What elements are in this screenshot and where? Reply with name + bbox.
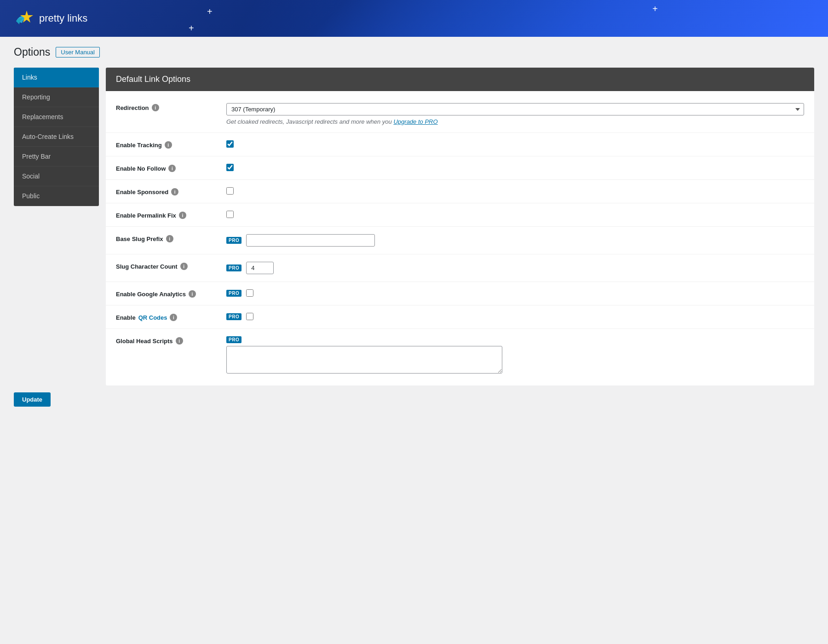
enable-no-follow-checkbox[interactable] — [226, 164, 234, 171]
row-redirection: Redirection i 307 (Temporary) 301 (Perma… — [106, 96, 814, 133]
enable-sponsored-checkbox[interactable] — [226, 187, 234, 195]
control-enable-no-follow — [226, 164, 804, 171]
google-analytics-row: PRO — [226, 289, 804, 297]
label-global-head-scripts: Global Head Scripts i — [116, 336, 226, 345]
global-head-scripts-textarea[interactable] — [226, 346, 502, 374]
label-enable-qr-codes: Enable QR Codes i — [116, 313, 226, 321]
checkbox-wrap-no-follow — [226, 164, 804, 171]
panel-header: Default Link Options — [106, 68, 814, 91]
label-enable-google-analytics: Enable Google Analytics i — [116, 289, 226, 298]
info-icon-qr-codes[interactable]: i — [170, 314, 177, 321]
base-slug-prefix-row: PRO — [226, 234, 804, 247]
sidebar-item-links[interactable]: Links — [14, 68, 99, 87]
page-title: Options — [14, 46, 50, 58]
control-slug-character-count: PRO — [226, 262, 804, 274]
checkbox-wrap-google-analytics — [246, 289, 253, 297]
row-enable-permalink-fix: Enable Permalink Fix i — [106, 203, 814, 227]
global-head-scripts-row: PRO — [226, 336, 804, 343]
user-manual-button[interactable]: User Manual — [56, 47, 100, 58]
info-icon-no-follow[interactable]: i — [168, 165, 176, 172]
update-button[interactable]: Update — [14, 392, 51, 407]
decoration-plus-2: + — [652, 4, 658, 14]
main-panel: Default Link Options Redirection i 307 (… — [106, 68, 814, 385]
info-icon-permalink-fix[interactable]: i — [179, 212, 186, 219]
sidebar-item-replacements[interactable]: Replacements — [14, 107, 99, 127]
info-icon-global-head-scripts[interactable]: i — [176, 337, 183, 345]
control-enable-tracking — [226, 140, 804, 148]
checkbox-wrap-tracking — [226, 140, 804, 148]
row-enable-no-follow: Enable No Follow i — [106, 156, 814, 180]
label-enable-sponsored: Enable Sponsored i — [116, 187, 226, 196]
panel-title: Default Link Options — [116, 75, 190, 84]
row-enable-tracking: Enable Tracking i — [106, 133, 814, 156]
info-icon-redirection[interactable]: i — [152, 104, 159, 111]
slug-character-count-row: PRO — [226, 262, 804, 274]
sidebar-item-auto-create-links[interactable]: Auto-Create Links — [14, 127, 99, 147]
control-enable-sponsored — [226, 187, 804, 195]
row-slug-character-count: Slug Character Count i PRO — [106, 254, 814, 282]
qr-codes-row: PRO — [226, 313, 804, 320]
checkbox-wrap-sponsored — [226, 187, 804, 195]
label-enable-tracking: Enable Tracking i — [116, 140, 226, 149]
label-base-slug-prefix: Base Slug Prefix i — [116, 234, 226, 242]
control-enable-google-analytics: PRO — [226, 289, 804, 297]
sidebar-item-pretty-bar[interactable]: Pretty Bar — [14, 147, 99, 167]
upgrade-pro-link[interactable]: Upgrade to PRO — [393, 118, 437, 125]
sidebar-item-reporting[interactable]: Reporting — [14, 87, 99, 107]
info-icon-google-analytics[interactable]: i — [189, 290, 196, 298]
row-global-head-scripts: Global Head Scripts i PRO — [106, 329, 814, 381]
enable-qr-codes-checkbox[interactable] — [246, 313, 253, 320]
checkbox-wrap-permalink-fix — [226, 211, 804, 218]
panel-body: Redirection i 307 (Temporary) 301 (Perma… — [106, 91, 814, 385]
logo-text: pretty links — [39, 12, 87, 24]
label-enable-permalink-fix: Enable Permalink Fix i — [116, 211, 226, 219]
decoration-plus-3: + — [189, 23, 194, 34]
checkbox-wrap-qr-codes — [246, 313, 253, 320]
pro-badge-base-slug-prefix: PRO — [226, 237, 242, 244]
pro-badge-global-head-scripts: PRO — [226, 336, 242, 343]
row-enable-qr-codes: Enable QR Codes i PRO — [106, 305, 814, 329]
control-enable-qr-codes: PRO — [226, 313, 804, 320]
control-global-head-scripts: PRO — [226, 336, 804, 374]
control-redirection: 307 (Temporary) 301 (Permanent) 302 (Tem… — [226, 103, 804, 125]
redirection-help: Get cloaked redirects, Javascript redire… — [226, 118, 804, 125]
enable-google-analytics-checkbox[interactable] — [246, 289, 253, 297]
info-icon-base-slug-prefix[interactable]: i — [166, 235, 173, 242]
label-enable-no-follow: Enable No Follow i — [116, 164, 226, 172]
sidebar-item-social[interactable]: Social — [14, 167, 99, 186]
decoration-plus: + — [207, 6, 213, 17]
info-icon-sponsored[interactable]: i — [171, 188, 178, 196]
content-layout: Links Reporting Replacements Auto-Create… — [14, 68, 814, 385]
qr-codes-link[interactable]: QR Codes — [138, 314, 167, 321]
page-header: Options User Manual — [14, 46, 814, 58]
info-icon-slug-character-count[interactable]: i — [180, 263, 188, 270]
row-enable-sponsored: Enable Sponsored i — [106, 180, 814, 203]
pro-badge-qr-codes: PRO — [226, 313, 242, 320]
sidebar-item-public[interactable]: Public — [14, 186, 99, 206]
base-slug-prefix-input[interactable] — [246, 234, 375, 247]
pro-badge-google-analytics: PRO — [226, 290, 242, 297]
pro-badge-slug-character-count: PRO — [226, 264, 242, 271]
row-base-slug-prefix: Base Slug Prefix i PRO — [106, 227, 814, 254]
sidebar: Links Reporting Replacements Auto-Create… — [14, 68, 99, 206]
label-redirection: Redirection i — [116, 103, 226, 111]
enable-permalink-fix-checkbox[interactable] — [226, 211, 234, 218]
update-section: Update — [14, 385, 814, 409]
page-wrapper: Options User Manual Links Reporting Repl… — [0, 37, 828, 644]
control-enable-permalink-fix — [226, 211, 804, 218]
logo: pretty links — [14, 8, 87, 29]
redirection-select[interactable]: 307 (Temporary) 301 (Permanent) 302 (Tem… — [226, 103, 804, 115]
info-icon-tracking[interactable]: i — [165, 141, 172, 149]
slug-character-count-input[interactable] — [246, 262, 274, 274]
control-base-slug-prefix: PRO — [226, 234, 804, 247]
logo-icon — [14, 8, 34, 29]
enable-tracking-checkbox[interactable] — [226, 140, 234, 148]
row-enable-google-analytics: Enable Google Analytics i PRO — [106, 282, 814, 305]
app-header: + + + pretty links — [0, 0, 828, 37]
label-slug-character-count: Slug Character Count i — [116, 262, 226, 270]
